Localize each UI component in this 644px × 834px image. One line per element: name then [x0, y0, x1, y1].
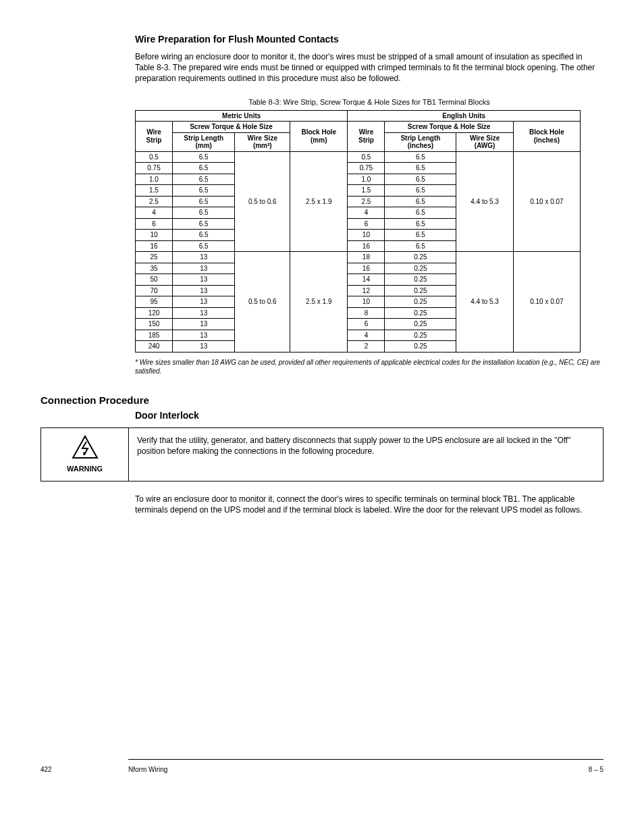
wire-prep-heading: Wire Preparation for Flush Mounted Conta…: [135, 34, 603, 45]
door-interlock-heading: Door Interlock: [135, 410, 603, 421]
table-row: 25 13 0.5 to 0.6 2.5 x 1.9 18 0.25 4.4 t…: [136, 252, 581, 263]
warning-icon-cell: WARNING: [41, 428, 129, 481]
th-strip-mm: Strip Length (mm): [172, 132, 235, 151]
th-wiresize-mm: Wire Size (mm²): [235, 132, 290, 151]
connection-heading: Connection Procedure: [41, 394, 603, 406]
table-footnote: * Wire sizes smaller than 18 AWG can be …: [135, 358, 603, 375]
footer-rule: [128, 759, 603, 760]
th-wire-left: Wire Strip: [136, 122, 173, 152]
footer-right: 8 – 5: [589, 766, 603, 773]
warning-box: WARNING Verify that the utility, generat…: [41, 427, 603, 481]
warning-triangle-icon: [72, 435, 99, 459]
th-hole-right: Block Hole (inches): [513, 122, 580, 152]
th-english: English Units: [348, 110, 581, 122]
wire-prep-text: Before wiring an enclosure door to monit…: [135, 51, 603, 84]
th-wiresize-awg: Wire Size (AWG): [456, 132, 513, 151]
table-row: 0.5 6.5 0.5 to 0.6 2.5 x 1.9 0.5 6.5 4.4…: [136, 151, 581, 163]
table-caption: Table 8-3: Wire Strip, Screw Torque & Ho…: [135, 98, 603, 106]
connection-body: To wire an enclosure door to monitor it,…: [135, 494, 603, 515]
svg-marker-0: [73, 436, 97, 458]
page-number: 422: [41, 766, 52, 773]
th-screw-right: Screw Torque & Hole Size: [385, 122, 513, 133]
th-strip-in: Strip Length (inches): [385, 132, 456, 151]
section-wire-prep: Wire Preparation for Flush Mounted Conta…: [41, 34, 603, 84]
th-wire-right: Wire Strip: [348, 122, 385, 152]
th-screw-left: Screw Torque & Hole Size: [172, 122, 290, 133]
wire-table: Metric Units English Units Wire Strip Sc…: [135, 110, 581, 353]
page: Wire Preparation for Flush Mounted Conta…: [0, 0, 644, 834]
th-hole-left: Block Hole (mm): [290, 122, 348, 152]
warning-text: Verify that the utility, generator, and …: [129, 428, 603, 481]
th-metric: Metric Units: [136, 110, 348, 122]
warning-label: WARNING: [67, 465, 103, 473]
page-footer: Nform Wiring 8 – 5: [128, 766, 603, 773]
footer-left: Nform Wiring: [128, 766, 167, 773]
